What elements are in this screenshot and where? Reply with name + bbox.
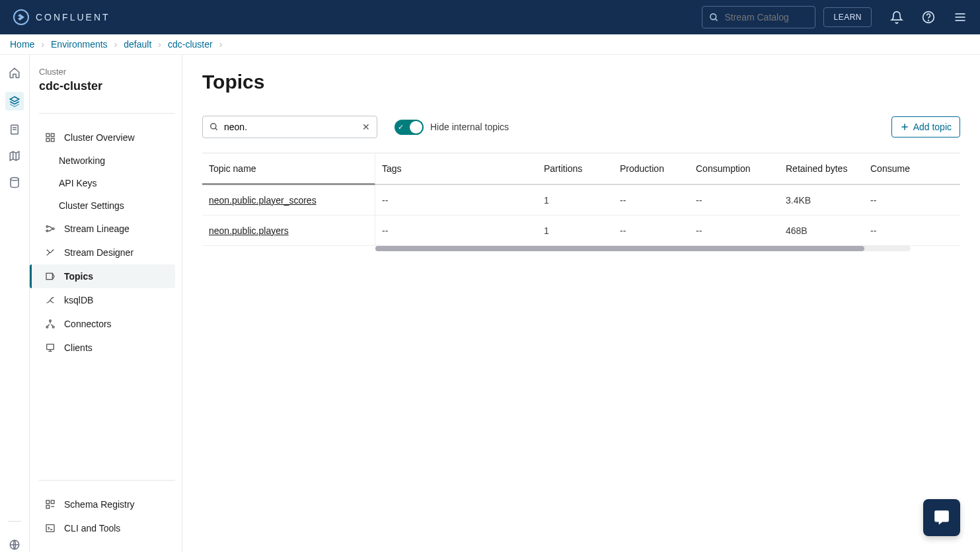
stream-catalog-search[interactable] — [702, 6, 815, 28]
cell-retained: 3.4KB — [779, 195, 864, 206]
cell-consumption: -- — [689, 225, 779, 236]
nav-label: Cluster Settings — [59, 200, 124, 211]
check-icon: ✓ — [398, 123, 404, 132]
cell-tags: -- — [375, 225, 537, 236]
col-header[interactable]: Retained bytes — [779, 163, 864, 174]
topic-search[interactable]: ✕ — [202, 116, 377, 138]
svg-rect-15 — [51, 134, 54, 137]
table-header: Topic name Tags Partitions Production Co… — [202, 153, 960, 185]
connectors-icon — [44, 318, 56, 330]
svg-point-3 — [928, 20, 929, 21]
ksql-icon — [44, 294, 56, 306]
database-icon[interactable] — [7, 175, 22, 190]
cluster-eyebrow: Cluster — [39, 67, 175, 77]
svg-rect-28 — [46, 505, 50, 508]
nav-cluster-settings[interactable]: Cluster Settings — [39, 194, 175, 217]
nav-api-keys[interactable]: API Keys — [39, 172, 175, 194]
controls-row: ✕ ✓ Hide internal topics Add topic — [202, 116, 960, 138]
breadcrumb-item[interactable]: Home — [10, 39, 34, 50]
notifications-icon[interactable] — [890, 11, 903, 24]
breadcrumb-item[interactable]: cdc-cluster — [168, 39, 213, 50]
svg-rect-26 — [46, 500, 50, 504]
nav-label: CLI and Tools — [64, 523, 120, 533]
nav-stream-lineage[interactable]: Stream Lineage — [39, 217, 175, 241]
col-header[interactable]: Topic name — [202, 153, 375, 185]
map-icon[interactable] — [7, 149, 22, 163]
menu-icon[interactable] — [954, 11, 967, 24]
topics-icon — [44, 270, 56, 282]
hide-internal-toggle[interactable]: ✓ — [395, 120, 424, 135]
col-header[interactable]: Production — [613, 163, 689, 174]
brand-logo[interactable]: CONFLUENT — [13, 9, 110, 25]
svg-rect-16 — [46, 138, 50, 141]
breadcrumb-item[interactable]: default — [124, 39, 151, 50]
add-topic-button[interactable]: Add topic — [891, 116, 960, 138]
table-row: neon.public.players -- 1 -- -- 468B -- — [202, 216, 960, 246]
col-header[interactable]: Consume — [864, 163, 910, 174]
nav-connectors[interactable]: Connectors — [39, 312, 175, 336]
svg-point-23 — [46, 326, 48, 328]
topic-link[interactable]: neon.public.player_scores — [209, 195, 317, 206]
home-icon[interactable] — [7, 65, 22, 80]
icon-rail — [0, 55, 30, 552]
nav-networking[interactable]: Networking — [39, 149, 175, 172]
stream-catalog-input[interactable] — [724, 12, 808, 22]
svg-point-0 — [710, 13, 716, 19]
learn-button[interactable]: LEARN — [823, 7, 872, 27]
svg-rect-25 — [47, 344, 54, 350]
cell-tags: -- — [375, 195, 537, 206]
schema-icon — [44, 498, 56, 510]
svg-rect-14 — [46, 134, 50, 137]
lineage-icon — [44, 223, 56, 235]
cell-consumption: -- — [689, 195, 779, 206]
svg-rect-27 — [51, 500, 54, 504]
help-icon[interactable] — [922, 11, 935, 24]
grid-icon — [44, 132, 56, 143]
topic-link[interactable]: neon.public.players — [209, 225, 289, 236]
nav-stream-designer[interactable]: Stream Designer — [39, 241, 175, 264]
cluster-name: cdc-cluster — [39, 79, 175, 93]
horizontal-scrollbar[interactable] — [375, 246, 911, 251]
cell-retained: 468B — [779, 225, 864, 236]
nav-ksqldb[interactable]: ksqlDB — [39, 288, 175, 312]
svg-point-19 — [46, 230, 48, 232]
nav-label: Stream Designer — [64, 247, 133, 258]
topics-table: Topic name Tags Partitions Production Co… — [202, 153, 960, 251]
nav-cluster-overview[interactable]: Cluster Overview — [39, 126, 175, 149]
svg-point-24 — [52, 326, 54, 328]
brand-name: CONFLUENT — [36, 12, 110, 22]
nav-clients[interactable]: Clients — [39, 336, 175, 360]
svg-line-32 — [215, 128, 217, 130]
globe-icon[interactable] — [7, 537, 22, 552]
cell-consume: -- — [864, 225, 910, 236]
document-icon[interactable] — [7, 122, 22, 137]
nav-label: Stream Lineage — [64, 223, 130, 234]
cli-icon — [44, 522, 56, 534]
nav-label: Connectors — [64, 319, 112, 329]
topic-search-input[interactable] — [224, 122, 357, 132]
environments-icon[interactable] — [5, 92, 24, 110]
main-content: Topics ✕ ✓ Hide internal topics Add topi… — [182, 55, 980, 552]
plus-icon — [900, 122, 909, 132]
clear-search-icon[interactable]: ✕ — [362, 122, 370, 132]
cell-consume: -- — [864, 195, 910, 206]
col-header[interactable]: Partitions — [537, 163, 613, 174]
nav-topics[interactable]: Topics — [30, 264, 175, 288]
cell-partitions: 1 — [537, 225, 613, 236]
col-header[interactable]: Tags — [375, 163, 537, 174]
nav-label: Schema Registry — [64, 499, 135, 510]
svg-point-18 — [46, 225, 48, 227]
page-title: Topics — [202, 71, 960, 93]
chat-widget[interactable] — [923, 499, 960, 536]
add-topic-label: Add topic — [913, 122, 952, 132]
breadcrumb-item[interactable]: Environments — [51, 39, 108, 50]
nav-cli-tools[interactable]: CLI and Tools — [39, 516, 175, 540]
nav-schema-registry[interactable]: Schema Registry — [39, 493, 175, 516]
sidebar: Cluster cdc-cluster Cluster Overview Net… — [30, 55, 182, 552]
nav-label: Cluster Overview — [64, 132, 135, 143]
svg-point-22 — [50, 320, 52, 322]
logo-icon — [13, 9, 29, 25]
nav-label: Networking — [59, 155, 105, 166]
nav-label: ksqlDB — [64, 295, 93, 305]
col-header[interactable]: Consumption — [689, 163, 779, 174]
